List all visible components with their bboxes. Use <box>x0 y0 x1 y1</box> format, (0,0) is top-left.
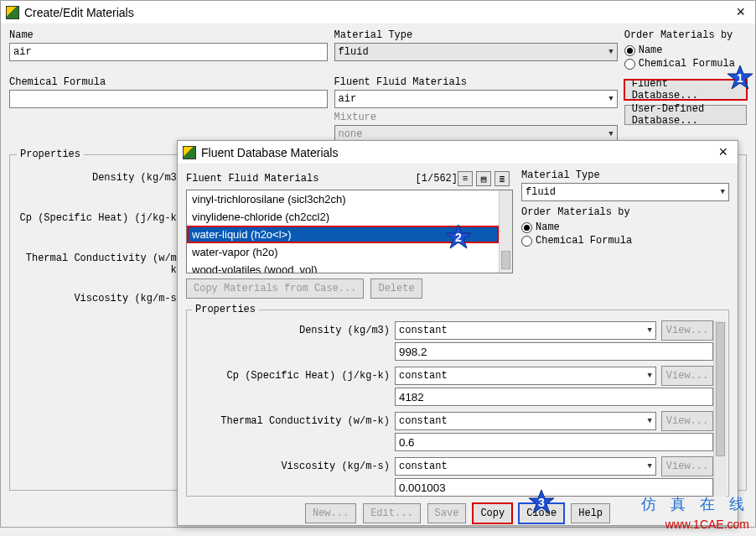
order-label: Order Materials by <box>624 29 747 41</box>
prop-value-input[interactable] <box>395 433 713 451</box>
close-icon[interactable]: × <box>713 143 733 161</box>
order-name-radio[interactable]: Name <box>624 44 747 56</box>
edit-button[interactable]: Edit... <box>363 503 420 523</box>
order-name-label: Name <box>639 44 663 56</box>
scrollbar-thumb[interactable] <box>716 322 725 456</box>
list-item[interactable]: vinyl-trichlorosilane (sicl3ch2ch) <box>187 190 499 208</box>
list-select-all-button[interactable]: ▤ <box>476 171 491 186</box>
prop-value-input[interactable] <box>395 388 713 406</box>
callout-star-2: 2 <box>446 225 471 250</box>
radio-icon <box>521 236 532 247</box>
prop-label: Thermal Conductivity (w/m-k) <box>192 415 390 427</box>
list-item[interactable]: vinylidene-chloride (ch2ccl2) <box>187 208 499 226</box>
radio-icon <box>624 45 635 56</box>
prop-tc-label: Thermal Conductivity (w/m-k) <box>15 247 184 288</box>
callout-star-3: 3 <box>529 490 554 515</box>
close-icon[interactable]: × <box>731 3 750 21</box>
view-button[interactable]: View... <box>661 320 713 341</box>
scrollbar[interactable] <box>499 190 512 273</box>
fluid-materials-select[interactable]: air ▼ <box>334 90 618 108</box>
fluid-materials-value: air <box>339 93 357 105</box>
scrollbar-thumb[interactable] <box>501 251 510 269</box>
material-type-select[interactable]: fluid ▼ <box>334 43 618 61</box>
material-type-label: Material Type <box>334 29 618 41</box>
mixture-value: none <box>339 128 363 140</box>
new-button[interactable]: New... <box>305 503 356 523</box>
name-label: Name <box>9 29 328 41</box>
chevron-down-icon: ▼ <box>648 462 652 471</box>
prop-label: Viscosity (kg/m-s) <box>192 461 390 472</box>
save-button[interactable]: Save <box>427 503 467 523</box>
list-count: [1/562] <box>416 173 458 185</box>
delete-button[interactable]: Delete <box>370 278 422 299</box>
view-button[interactable]: View... <box>661 456 713 476</box>
callout-star-1: 1 <box>728 65 753 91</box>
order-label: Order Materials by <box>521 206 729 218</box>
properties-legend: Properties <box>17 148 84 160</box>
list-label: Fluent Fluid Materials <box>186 173 411 185</box>
prop-density-label: Density (kg/m3) <box>15 167 184 207</box>
prop-value-input[interactable] <box>395 478 713 497</box>
material-type-select[interactable]: fluid ▼ <box>521 183 729 201</box>
list-deselect-button[interactable]: ≣ <box>495 171 510 186</box>
chevron-down-icon: ▼ <box>608 130 613 138</box>
properties-legend: Properties <box>192 304 259 315</box>
prop-method-select[interactable]: constant▼ <box>395 412 656 430</box>
mixture-label: Mixture <box>334 112 618 123</box>
fluent-database-window: Fluent Database Materials × Fluent Fluid… <box>177 140 738 526</box>
user-database-button[interactable]: User-Defined Database... <box>624 105 747 125</box>
window-title: Fluent Database Materials <box>201 146 713 159</box>
order-formula-label: Chemical Formula <box>639 58 735 70</box>
material-type-label: Material Type <box>521 169 729 181</box>
prop-method-select[interactable]: constant▼ <box>395 367 656 385</box>
formula-label: Chemical Formula <box>9 76 328 88</box>
list-scroll-top-button[interactable]: ≡ <box>458 171 473 186</box>
chevron-down-icon: ▼ <box>608 95 613 103</box>
chevron-down-icon: ▼ <box>648 326 652 335</box>
chevron-down-icon: ▼ <box>721 188 725 196</box>
help-button[interactable]: Help <box>571 503 610 523</box>
order-name-radio[interactable]: Name <box>521 221 729 233</box>
titlebar: Fluent Database Materials × <box>178 141 738 164</box>
prop-cp-label: Cp (Specific Heat) (j/kg-k) <box>15 207 184 247</box>
app-icon <box>183 146 196 159</box>
formula-input[interactable] <box>9 90 328 108</box>
order-formula-radio[interactable]: Chemical Formula <box>521 235 729 247</box>
copy-button[interactable]: Copy <box>473 503 512 523</box>
radio-icon <box>521 222 532 233</box>
window-title: Create/Edit Materials <box>24 6 731 19</box>
properties-fieldset: Properties Density (kg/m3)constant▼View.… <box>186 304 729 497</box>
view-button[interactable]: View... <box>661 366 713 386</box>
radio-icon <box>624 59 635 70</box>
app-icon <box>6 6 19 19</box>
list-item[interactable]: wood-volatiles (wood_vol) <box>187 261 499 273</box>
scrollbar[interactable] <box>713 320 727 497</box>
prop-method-select[interactable]: constant▼ <box>395 457 656 476</box>
prop-value-input[interactable] <box>395 342 713 361</box>
name-input[interactable] <box>9 43 328 61</box>
prop-label: Density (kg/m3) <box>192 325 390 336</box>
chevron-down-icon: ▼ <box>648 417 652 425</box>
prop-label: Cp (Specific Heat) (j/kg-k) <box>192 370 390 382</box>
chevron-down-icon: ▼ <box>648 372 652 380</box>
material-type-value: fluid <box>339 46 369 58</box>
prop-method-select[interactable]: constant▼ <box>395 321 656 340</box>
fluid-materials-label: Fluent Fluid Materials <box>334 76 618 88</box>
chevron-down-icon: ▼ <box>608 48 613 56</box>
prop-visc-label: Viscosity (kg/m-s) <box>15 288 184 328</box>
copy-from-case-button[interactable]: Copy Materials from Case... <box>186 278 364 299</box>
titlebar: Create/Edit Materials × <box>1 1 755 24</box>
view-button[interactable]: View... <box>661 411 713 431</box>
